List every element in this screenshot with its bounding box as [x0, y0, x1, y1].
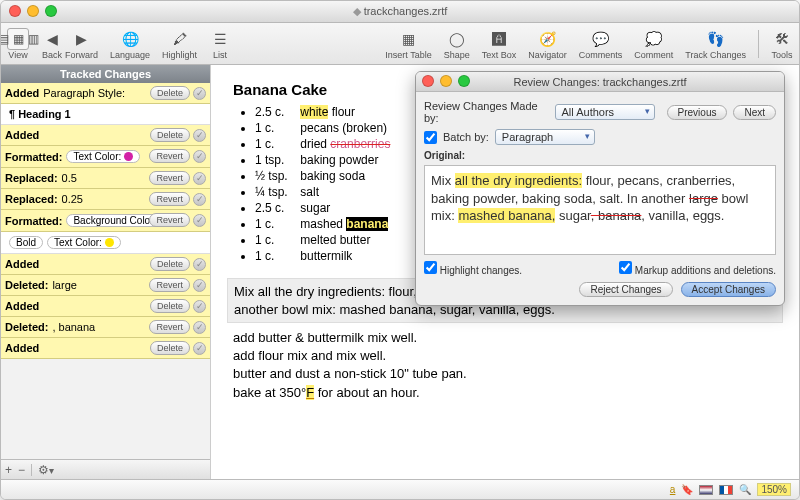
tracked-change-item[interactable]: ¶ Heading 1: [1, 104, 210, 125]
markup-checkbox[interactable]: Markup additions and deletions.: [619, 261, 776, 276]
accept-check-icon[interactable]: ✓: [193, 300, 206, 313]
revert-button[interactable]: Revert: [149, 149, 190, 163]
sidebar: Tracked Changes AddedParagraph Style:Del…: [1, 65, 211, 479]
window-title: ◆ trackchanges.zrtf: [353, 5, 448, 18]
status-a-icon: a: [670, 484, 676, 495]
accept-check-icon[interactable]: ✓: [193, 193, 206, 206]
accept-check-icon[interactable]: ✓: [193, 321, 206, 334]
body-line: bake at 350°F for about an hour.: [233, 384, 777, 402]
batch-select[interactable]: Paragraph: [495, 129, 595, 145]
tracked-change-item[interactable]: AddedDelete✓: [1, 296, 210, 317]
previous-button[interactable]: Previous: [667, 105, 728, 120]
close-icon[interactable]: [9, 5, 21, 17]
zoom-level[interactable]: 150%: [757, 483, 791, 496]
list-icon: ☰: [209, 28, 231, 50]
review-traffic-lights: [422, 75, 470, 87]
body-line: butter and dust a non-stick 10" tube pan…: [233, 365, 777, 383]
back-button[interactable]: ◀Back: [41, 28, 63, 60]
made-by-select[interactable]: All Authors: [555, 104, 655, 120]
tracked-change-item[interactable]: Formatted:Text Color: Revert✓: [1, 146, 210, 168]
sidebar-footer: + − ⚙▾: [1, 459, 210, 479]
track-changes-button[interactable]: 👣Track Changes: [685, 28, 746, 60]
accept-check-icon[interactable]: ✓: [193, 129, 206, 142]
tools-icon: 🛠: [771, 28, 793, 50]
text-box-button[interactable]: 🅰Text Box: [482, 28, 517, 60]
delete-button[interactable]: Delete: [150, 299, 190, 313]
zoom-tool-icon[interactable]: 🔍: [739, 484, 751, 495]
language-button[interactable]: 🌐Language: [110, 28, 150, 60]
body-text: add butter & buttermilk mix well.add flo…: [233, 329, 777, 402]
accept-check-icon[interactable]: ✓: [193, 279, 206, 292]
tracked-change-item[interactable]: AddedParagraph Style:Delete✓: [1, 83, 210, 104]
highlight-button[interactable]: 🖍Highlight: [162, 28, 197, 60]
reject-button[interactable]: Reject Changes: [579, 282, 672, 297]
shape-button[interactable]: ◯Shape: [444, 28, 470, 60]
comments-button[interactable]: 💬Comments: [579, 28, 623, 60]
batch-label: Batch by:: [443, 131, 489, 143]
revert-button[interactable]: Revert: [149, 171, 190, 185]
review-close-icon[interactable]: [422, 75, 434, 87]
body-line: add flour mix and mix well.: [233, 347, 777, 365]
delete-button[interactable]: Delete: [150, 128, 190, 142]
remove-icon[interactable]: −: [18, 463, 25, 477]
titlebar: ◆ trackchanges.zrtf: [1, 1, 799, 23]
tracked-change-item[interactable]: Replaced:0.25Revert✓: [1, 189, 210, 210]
delete-button[interactable]: Delete: [150, 86, 190, 100]
toolbar: ▤▦▥ View ◀Back ▶Forward 🌐Language 🖍Highl…: [1, 23, 799, 65]
review-panel: Review Changes: trackchanges.zrtf Review…: [415, 71, 785, 306]
accept-check-icon[interactable]: ✓: [193, 172, 206, 185]
review-minimize-icon[interactable]: [440, 75, 452, 87]
tracked-change-item[interactable]: Formatted:Background Color: Revert✓: [1, 210, 210, 232]
highlighter-icon: 🖍: [169, 28, 191, 50]
flag-us-icon[interactable]: [699, 485, 713, 495]
forward-button[interactable]: ▶Forward: [65, 28, 98, 60]
made-by-label: Review Changes Made by:: [424, 100, 549, 124]
highlight-checkbox[interactable]: Highlight changes.: [424, 261, 522, 276]
accept-check-icon[interactable]: ✓: [193, 214, 206, 227]
delete-button[interactable]: Delete: [150, 341, 190, 355]
next-button[interactable]: Next: [733, 105, 776, 120]
sidebar-header: Tracked Changes: [1, 65, 210, 83]
accept-check-icon[interactable]: ✓: [193, 150, 206, 163]
flag-fr-icon[interactable]: [719, 485, 733, 495]
comment-button[interactable]: 💭Comment: [634, 28, 673, 60]
zoom-icon[interactable]: [45, 5, 57, 17]
tools-button[interactable]: 🛠Tools: [771, 28, 793, 60]
textbox-icon: 🅰: [488, 28, 510, 50]
back-arrow-icon: ◀: [41, 28, 63, 50]
insert-table-button[interactable]: ▦Insert Table: [385, 28, 431, 60]
review-zoom-icon[interactable]: [458, 75, 470, 87]
original-text: Mix all the dry ingredients: flour, peca…: [424, 165, 776, 255]
compass-icon: 🧭: [537, 28, 559, 50]
batch-checkbox[interactable]: [424, 131, 437, 144]
accept-check-icon[interactable]: ✓: [193, 258, 206, 271]
view-button[interactable]: ▤▦▥ View: [7, 28, 29, 60]
revert-button[interactable]: Revert: [149, 320, 190, 334]
tracked-change-item[interactable]: Deleted:, bananaRevert✓: [1, 317, 210, 338]
revert-button[interactable]: Revert: [149, 278, 190, 292]
comments-icon: 💬: [590, 28, 612, 50]
revert-button[interactable]: Revert: [149, 192, 190, 206]
accept-button[interactable]: Accept Changes: [681, 282, 776, 297]
tracked-change-item[interactable]: AddedDelete✓: [1, 125, 210, 146]
track-changes-icon: 👣: [705, 28, 727, 50]
revert-button[interactable]: Revert: [149, 213, 190, 227]
comment-icon: 💭: [643, 28, 665, 50]
tracked-change-item[interactable]: BoldText Color:: [1, 232, 210, 254]
gear-icon[interactable]: ⚙▾: [38, 463, 54, 477]
list-button[interactable]: ☰List: [209, 28, 231, 60]
tracked-change-item[interactable]: AddedDelete✓: [1, 254, 210, 275]
minimize-icon[interactable]: [27, 5, 39, 17]
add-icon[interactable]: +: [5, 463, 12, 477]
tracked-change-item[interactable]: AddedDelete✓: [1, 338, 210, 359]
accept-check-icon[interactable]: ✓: [193, 342, 206, 355]
review-titlebar: Review Changes: trackchanges.zrtf: [416, 72, 784, 92]
accept-check-icon[interactable]: ✓: [193, 87, 206, 100]
view-segmented-icon: ▤▦▥: [7, 28, 29, 50]
tracked-change-item[interactable]: Replaced:0.5Revert✓: [1, 168, 210, 189]
tracked-change-item[interactable]: Deleted:largeRevert✓: [1, 275, 210, 296]
delete-button[interactable]: Delete: [150, 257, 190, 271]
globe-icon: 🌐: [119, 28, 141, 50]
shape-icon: ◯: [446, 28, 468, 50]
navigator-button[interactable]: 🧭Navigator: [528, 28, 567, 60]
